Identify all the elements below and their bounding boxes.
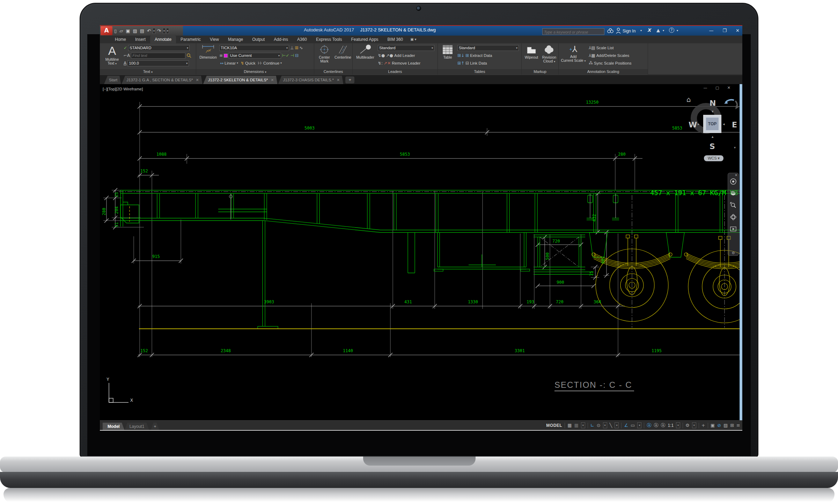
link-data-icon[interactable]: ⊟ xyxy=(465,61,469,65)
autodesk-app-icon[interactable]: ▲ xyxy=(656,28,660,33)
polar-tracking-icon[interactable]: ⊙ xyxy=(597,423,601,428)
add-current-scale-button[interactable]: +⅄ Add Current Scale ▾ xyxy=(560,44,587,63)
panel-title-leaders[interactable]: Leaders xyxy=(353,69,438,75)
model-space-button[interactable]: MODEL xyxy=(546,423,562,428)
panel-title-markup[interactable]: Markup xyxy=(522,69,558,75)
osnap-dropdown-icon[interactable]: ▾ xyxy=(637,422,641,428)
add-leader-icon[interactable]: ↗● xyxy=(386,53,394,58)
ribbon-tab-view[interactable]: View xyxy=(205,36,223,43)
sign-in-label[interactable]: Sign In xyxy=(623,29,635,34)
document-tab-j1372-2-skeleton-details[interactable]: J1372-2 SKELETON & DETAILS*✕ xyxy=(203,76,278,84)
viewcube-arrow-up-icon[interactable]: ▾ xyxy=(712,109,714,114)
panel-title-text[interactable]: Text ▾ xyxy=(100,69,196,75)
tab-close-icon[interactable]: ✕ xyxy=(196,78,199,82)
ribbon-tab-output[interactable]: Output xyxy=(248,36,269,43)
viewcube-arrow-left-icon[interactable]: ▸ xyxy=(698,122,700,126)
sign-in-person-icon[interactable] xyxy=(616,28,621,34)
find-text-field[interactable] xyxy=(131,53,185,59)
dim-check-icon-1[interactable]: ⊢✓ xyxy=(282,53,289,58)
annotation-visibility-icon[interactable]: Ⓐ xyxy=(647,422,651,429)
customization-icon[interactable]: ≡ xyxy=(736,423,740,428)
undo-icon[interactable]: ↶ xyxy=(146,28,152,34)
scale-dropdown-icon[interactable]: ▾ xyxy=(676,422,680,428)
new-drawing-tab-button[interactable]: + xyxy=(345,76,354,83)
multileader-button[interactable]: Multileader xyxy=(354,44,376,59)
scale-list-button[interactable]: Scale List xyxy=(596,46,614,50)
dim-continue-button[interactable]: ⊦⊦ Continue▾ xyxy=(257,61,283,65)
ribbon-tab-home[interactable]: Home xyxy=(110,36,131,43)
wipeout-button[interactable]: Wipeout xyxy=(522,44,541,59)
viewcube-arrow-right-icon[interactable]: ◂ xyxy=(723,122,725,126)
workspace-dropdown-icon[interactable]: ▾ xyxy=(692,422,696,428)
ribbon-tab-express-tools[interactable]: Express Tools xyxy=(311,36,346,43)
multiline-text-button[interactable]: A Multiline Text ▾ xyxy=(102,44,122,66)
ribbon-tab-featured-apps[interactable]: Featured Apps xyxy=(347,36,383,43)
annotation-monitor-icon[interactable]: + xyxy=(701,423,705,428)
leader-align-icon[interactable]: ↯: xyxy=(378,61,383,65)
center-mark-button[interactable]: CenterMark xyxy=(316,44,333,63)
new-file-icon[interactable]: ▯ xyxy=(113,28,118,34)
search-binoculars-icon[interactable] xyxy=(607,28,614,34)
panel-title-dimensions[interactable]: Dimensions ▾ xyxy=(196,69,314,75)
extract-data-button[interactable]: Extract Data xyxy=(470,53,492,58)
model-tab[interactable]: Model xyxy=(103,423,125,430)
app-dropdown-icon[interactable]: ▾ xyxy=(663,29,664,32)
viewcube-top-face[interactable]: TOP xyxy=(703,115,721,133)
navigation-bar[interactable]: ✕ ⊖ xyxy=(728,173,739,256)
layout1-tab[interactable]: Layout1 xyxy=(125,423,149,430)
ribbon-tab-bim-360[interactable]: BIM 360 xyxy=(383,36,408,43)
panel-title-tables[interactable]: Tables xyxy=(438,69,521,75)
dynamic-input-icon[interactable]: ▭ xyxy=(631,423,635,428)
steering-wheel-icon[interactable] xyxy=(730,178,737,185)
text-height-dropdown[interactable]: 100.0▾ xyxy=(127,60,189,66)
infocenter-search[interactable] xyxy=(542,28,604,35)
units-icon[interactable]: ▣ xyxy=(711,423,715,428)
navbar-menu-icon[interactable]: ⊖ xyxy=(732,251,735,255)
dim-style-dropdown[interactable]: TICK10A▾ xyxy=(219,45,289,51)
viewcube-arrow-down-icon[interactable]: ▴ xyxy=(712,134,714,139)
remove-leader-icon[interactable]: ↗✕ xyxy=(384,61,391,65)
tab-close-icon[interactable]: ✕ xyxy=(337,78,340,82)
viewcube-rotate-icons[interactable] xyxy=(723,97,740,110)
ribbon-tab-manage[interactable]: Manage xyxy=(223,36,248,43)
viewcube-east[interactable]: E xyxy=(732,120,737,129)
zoom-icon[interactable] xyxy=(730,202,737,209)
annotation-scale-value[interactable]: 1:1 xyxy=(668,423,674,428)
isodraft-icon[interactable]: ╲ xyxy=(610,423,612,428)
navbar-close-icon[interactable]: ✕ xyxy=(735,173,737,177)
autocad-logo[interactable]: A xyxy=(101,26,112,35)
workspace-switching-icon[interactable]: ⚙ xyxy=(685,423,690,428)
viewcube-menu-icon[interactable]: ▾ xyxy=(734,146,736,149)
autoscale-icon[interactable]: Ⓐ xyxy=(654,422,658,429)
table-button[interactable]: Table xyxy=(439,44,456,59)
table-style-dropdown[interactable]: Standard▾ xyxy=(457,45,519,51)
viewcube-south[interactable]: S xyxy=(710,142,715,151)
dimension-button[interactable]: Dimension xyxy=(198,44,219,59)
dim-linear-button[interactable]: ↔ Linear▾ xyxy=(219,61,239,65)
dim-check-icon-2[interactable]: ⊣ xyxy=(291,53,294,58)
viewcube-north[interactable]: N xyxy=(710,99,716,108)
document-tab-start[interactable]: Start xyxy=(104,76,121,84)
dim-layer-dropdown[interactable]: Use Current▾ xyxy=(229,53,281,59)
qat-customize-icon[interactable]: ▾ xyxy=(166,28,169,34)
dim-break-icon[interactable]: ⊟ xyxy=(295,53,299,58)
dim-tool-icon-2[interactable]: ⊞ xyxy=(295,46,298,50)
annotation-scale-icon[interactable]: Ⓐ xyxy=(661,422,665,429)
wcs-dropdown[interactable]: WCS ▾ xyxy=(704,155,723,161)
document-tab-j1372-3-chasis-details[interactable]: J1372-3 CHASIS DETAILS.*✕ xyxy=(278,76,344,84)
redo-dropdown-icon[interactable]: ▾ xyxy=(163,28,166,34)
exchange-apps-icon[interactable]: X xyxy=(647,28,651,33)
object-snap-icon[interactable]: ∠ xyxy=(624,423,628,428)
leader-style-dropdown[interactable]: Standard▾ xyxy=(378,45,434,51)
extract-data-icon[interactable]: ⊞ xyxy=(465,53,469,58)
quick-properties-icon[interactable]: ⊘ xyxy=(717,423,721,428)
open-file-icon[interactable]: ▱ xyxy=(118,28,124,34)
remove-leader-button[interactable]: Remove Leader xyxy=(392,61,420,65)
find-search-icon[interactable] xyxy=(186,53,192,58)
isodraft-dropdown-icon[interactable]: ▾ xyxy=(615,422,619,428)
ribbon-display-toggle-icon[interactable]: ▣ ▾ xyxy=(407,36,419,43)
ortho-mode-icon[interactable]: ∟ xyxy=(590,423,594,428)
help-icon[interactable]: ? xyxy=(669,28,674,33)
ribbon-tab-a360[interactable]: A360 xyxy=(293,36,311,43)
ribbon-tab-add-ins[interactable]: Add-ins xyxy=(269,36,293,43)
